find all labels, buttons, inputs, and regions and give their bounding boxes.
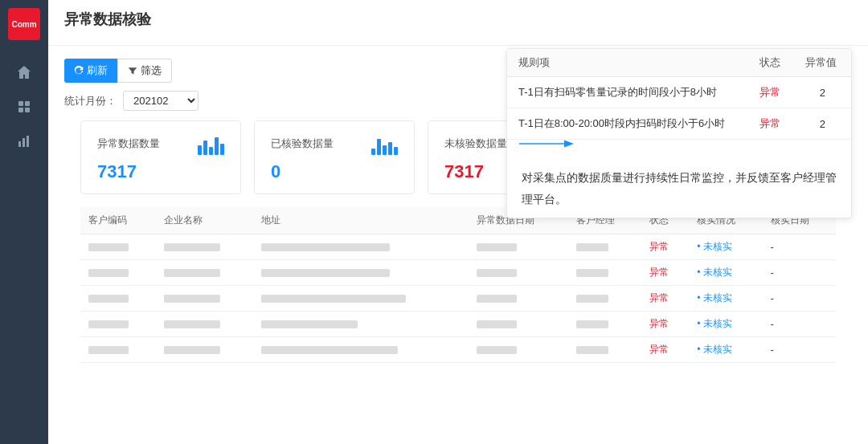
cell-code xyxy=(80,312,156,337)
table-row: 异常 • 未核实 - xyxy=(80,337,836,363)
rule-row: T-1日有扫码零售量记录的时间段小于8小时 异常 2 xyxy=(507,77,851,108)
cell-addr xyxy=(253,234,469,260)
card3-label: 未核验数据量 xyxy=(444,136,507,151)
cell-manager xyxy=(568,337,641,363)
cell-status: 异常 xyxy=(641,234,689,260)
cell-name xyxy=(156,286,253,312)
col-header-name: 企业名称 xyxy=(156,207,253,234)
cell-manager xyxy=(568,260,641,286)
page-title: 异常数据核验 xyxy=(64,10,852,29)
cell-addr xyxy=(253,286,469,312)
data-table-section: 客户编码 企业名称 地址 异常数据日期 客户经理 状态 核实情况 核实日期 xyxy=(64,207,852,371)
cell-addr xyxy=(253,260,469,286)
cell-check-date: - xyxy=(763,312,836,337)
rule-cell-status: 异常 xyxy=(748,108,794,140)
chart-verified xyxy=(371,132,398,155)
cell-name xyxy=(156,337,253,363)
svg-rect-3 xyxy=(25,108,30,112)
chart-abnormal xyxy=(198,132,224,155)
card1-label: 异常数据数量 xyxy=(97,136,160,151)
home-icon xyxy=(16,64,32,80)
cell-addr xyxy=(253,337,469,363)
cell-manager xyxy=(568,286,641,312)
table-row: 异常 • 未核实 - xyxy=(80,260,836,286)
cell-check[interactable]: • 未核实 xyxy=(689,337,762,363)
cell-addr xyxy=(253,312,469,337)
cell-check-date: - xyxy=(763,286,836,312)
card2-value: 0 xyxy=(271,161,398,182)
cell-status: 异常 xyxy=(641,260,689,286)
sidebar: Comm xyxy=(0,0,48,444)
filter-button[interactable]: 筛选 xyxy=(117,59,172,83)
refresh-icon xyxy=(74,66,84,75)
filter-group: 刷新 筛选 xyxy=(64,59,172,83)
rule-col-status: 状态 xyxy=(748,49,794,77)
cell-manager xyxy=(568,312,641,337)
svg-rect-5 xyxy=(23,138,25,147)
svg-rect-4 xyxy=(18,141,21,147)
svg-rect-1 xyxy=(25,101,30,106)
rule-col-value: 异常值 xyxy=(794,49,851,77)
cell-code xyxy=(80,260,156,286)
rule-cell-value: 2 xyxy=(794,108,851,140)
chart-icon xyxy=(16,133,32,149)
cell-status: 异常 xyxy=(641,286,689,312)
cell-code xyxy=(80,286,156,312)
card1-value: 7317 xyxy=(97,161,224,182)
card2-label: 已核验数据量 xyxy=(271,136,334,151)
cell-check[interactable]: • 未核实 xyxy=(689,312,762,337)
cell-name xyxy=(156,312,253,337)
rule-col-rule: 规则项 xyxy=(507,49,748,77)
table-row: 异常 • 未核实 - xyxy=(80,234,836,260)
cell-code xyxy=(80,234,156,260)
rule-table: 规则项 状态 异常值 T-1日有扫码零售量记录的时间段小于8小时 异常 2 T-… xyxy=(507,49,851,140)
cell-code xyxy=(80,337,156,363)
cell-date xyxy=(469,260,568,286)
cell-check-date: - xyxy=(763,234,836,260)
data-icon xyxy=(16,99,32,115)
cell-check-date: - xyxy=(763,337,836,363)
sidebar-item-analysis[interactable] xyxy=(0,125,48,160)
cell-manager xyxy=(568,234,641,260)
rule-cell-status: 异常 xyxy=(748,77,794,108)
annotation-area: 对采集点的数据质量进行持续性日常监控，并反馈至客户经理管理平台。 xyxy=(507,140,851,218)
table-row: 异常 • 未核实 - xyxy=(80,286,836,312)
cell-name xyxy=(156,260,253,286)
right-panel: 规则项 状态 异常值 T-1日有扫码零售量记录的时间段小于8小时 异常 2 T-… xyxy=(506,48,852,218)
table-row: 异常 • 未核实 - xyxy=(80,312,836,337)
svg-rect-6 xyxy=(27,136,29,147)
sidebar-item-data[interactable] xyxy=(0,91,48,125)
cell-status: 异常 xyxy=(641,337,689,363)
cell-date xyxy=(469,286,568,312)
rule-cell-rule: T-1日有扫码零售量记录的时间段小于8小时 xyxy=(507,77,748,108)
page-header: 异常数据核验 xyxy=(48,0,868,46)
refresh-button[interactable]: 刷新 xyxy=(64,59,117,83)
annotation-arrow xyxy=(515,132,579,156)
filter-icon xyxy=(128,66,137,75)
data-table: 客户编码 企业名称 地址 异常数据日期 客户经理 状态 核实情况 核实日期 xyxy=(80,207,836,363)
cell-check[interactable]: • 未核实 xyxy=(689,286,762,312)
app-logo: Comm xyxy=(8,8,40,40)
cell-check[interactable]: • 未核实 xyxy=(689,260,762,286)
annotation-text: 对采集点的数据质量进行持续性日常监控，并反馈至客户经理管理平台。 xyxy=(522,167,837,210)
rule-cell-value: 2 xyxy=(794,77,851,108)
col-header-code: 客户编码 xyxy=(80,207,156,234)
cell-status: 异常 xyxy=(641,312,689,337)
sidebar-item-home[interactable] xyxy=(0,56,48,91)
cell-name xyxy=(156,234,253,260)
col-header-addr: 地址 xyxy=(253,207,469,234)
stat-card-abnormal: 异常数据数量 7317 xyxy=(80,120,241,194)
cell-check-date: - xyxy=(763,260,836,286)
cell-date xyxy=(469,337,568,363)
stat-month-select[interactable]: 202102 xyxy=(123,91,199,111)
cell-date xyxy=(469,312,568,337)
cell-date xyxy=(469,234,568,260)
cell-check[interactable]: • 未核实 xyxy=(689,234,762,260)
stat-month-label: 统计月份： xyxy=(64,94,117,108)
svg-rect-2 xyxy=(18,108,23,112)
svg-rect-0 xyxy=(18,101,23,106)
stat-card-verified: 已核验数据量 0 xyxy=(254,120,415,194)
